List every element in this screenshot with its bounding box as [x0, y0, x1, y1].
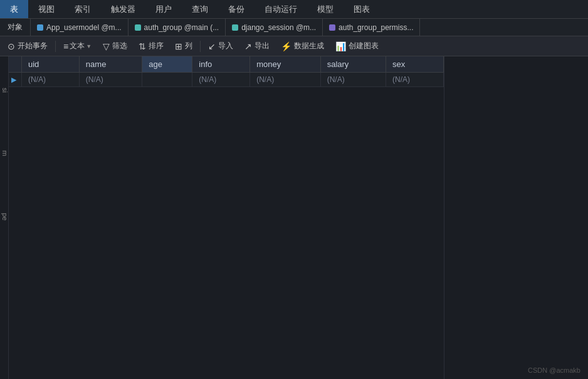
export-icon: ↗ [244, 41, 252, 51]
menu-item-user[interactable]: 用户 [145, 0, 182, 18]
data-generate-button[interactable]: ⚡ 数据生成 [276, 39, 329, 53]
tab-django-session[interactable]: django_session @m... [226, 19, 323, 36]
col-uid[interactable]: uid [22, 56, 80, 73]
filter-icon: ▽ [103, 41, 110, 51]
tab-label-1: App_usermodel @m... [46, 23, 122, 32]
tab-dot-4 [329, 24, 335, 31]
toolbar: ⊙ 开始事务 ≡ 文本 ▼ ▽ 筛选 ⇅ 排序 ⊞ 列 ↙ 导入 ↗ 导出 ⚡ … [0, 36, 588, 56]
cell-salary: (N/A) [320, 73, 386, 87]
menu-bar: 表 视图 索引 触发器 用户 查询 备份 自动运行 模型 图表 [0, 0, 588, 19]
col-age[interactable]: age [142, 56, 192, 73]
sidebar-text-si: si [1, 88, 9, 93]
tab-dot-1 [37, 24, 43, 31]
menu-item-model[interactable]: 模型 [307, 0, 344, 18]
right-panel [444, 56, 588, 379]
data-generate-label: 数据生成 [294, 41, 324, 51]
sort-icon: ⇅ [139, 41, 146, 51]
export-label: 导出 [255, 41, 270, 51]
cell-money: (N/A) [250, 73, 321, 87]
table-row: ▶ (N/A) (N/A) (N/A) (N/A) (N/A) (N/A) [9, 73, 444, 87]
columns-button[interactable]: ⊞ 列 [170, 39, 197, 53]
cell-name: (N/A) [79, 73, 142, 87]
menu-item-view[interactable]: 视图 [28, 0, 65, 18]
sidebar-text-pe: pe [1, 213, 9, 221]
create-chart-icon: 📊 [335, 41, 346, 51]
create-chart-button[interactable]: 📊 创建图表 [330, 39, 384, 53]
data-generate-icon: ⚡ [281, 41, 291, 51]
text-icon: ≡ [63, 41, 68, 51]
tab-label-2: auth_group @main (... [144, 23, 219, 32]
export-button[interactable]: ↗ 导出 [239, 39, 275, 53]
tab-dot-3 [232, 24, 238, 31]
row-indicator: ▶ [9, 73, 22, 87]
menu-item-backup[interactable]: 备份 [218, 0, 255, 18]
sidebar-text-m: m [1, 150, 9, 156]
main-content: si m pe uid name age info money salary s… [0, 56, 588, 379]
col-row-indicator [9, 56, 22, 73]
watermark: CSDN @acmakb [528, 366, 580, 374]
tab-bar: 对象 App_usermodel @m... auth_group @main … [0, 19, 588, 36]
menu-item-table[interactable]: 表 [0, 0, 28, 18]
menu-item-trigger[interactable]: 触发器 [101, 0, 145, 18]
text-dropdown-arrow: ▼ [86, 43, 92, 49]
menu-item-index[interactable]: 索引 [65, 0, 101, 18]
begin-transaction-label: 开始事务 [18, 41, 48, 51]
col-sex[interactable]: sex [386, 56, 444, 73]
sort-label: 排序 [149, 41, 164, 51]
filter-button[interactable]: ▽ 筛选 [98, 39, 132, 53]
col-info[interactable]: info [192, 56, 250, 73]
col-money[interactable]: money [250, 56, 321, 73]
create-chart-label: 创建图表 [349, 41, 379, 51]
sort-button[interactable]: ⇅ 排序 [134, 39, 169, 53]
data-table: uid name age info money salary sex ▶ (N/… [9, 56, 444, 87]
begin-transaction-icon: ⊙ [8, 41, 15, 51]
toolbar-sep-2 [200, 41, 201, 52]
tab-label-3: django_session @m... [241, 23, 316, 32]
tab-app-usermodel[interactable]: App_usermodel @m... [31, 19, 129, 36]
tab-object-label: 对象 [0, 19, 31, 36]
col-name[interactable]: name [79, 56, 142, 73]
columns-icon: ⊞ [175, 41, 182, 51]
col-salary[interactable]: salary [320, 56, 386, 73]
import-icon: ↙ [208, 41, 216, 51]
tab-dot-2 [135, 24, 141, 31]
tab-auth-group[interactable]: auth_group @main (... [129, 19, 226, 36]
begin-transaction-button[interactable]: ⊙ 开始事务 [3, 39, 53, 53]
text-label: 文本 [70, 41, 85, 51]
cell-info: (N/A) [192, 73, 250, 87]
filter-label: 筛选 [112, 41, 127, 51]
columns-label: 列 [185, 41, 192, 51]
import-label: 导入 [218, 41, 233, 51]
menu-item-query[interactable]: 查询 [182, 0, 218, 18]
import-button[interactable]: ↙ 导入 [203, 39, 238, 53]
cell-uid: (N/A) [22, 73, 80, 87]
menu-item-chart[interactable]: 图表 [344, 0, 380, 18]
toolbar-sep-1 [55, 41, 56, 52]
cell-sex: (N/A) [386, 73, 444, 87]
tab-label-4: auth_group_permiss... [339, 23, 413, 32]
left-sidebar: si m pe [0, 56, 9, 379]
table-header-row: uid name age info money salary sex [9, 56, 444, 73]
menu-item-autorun[interactable]: 自动运行 [255, 0, 307, 18]
cell-age [142, 73, 192, 87]
table-area: uid name age info money salary sex ▶ (N/… [9, 56, 444, 379]
text-button[interactable]: ≡ 文本 ▼ [58, 39, 97, 53]
tab-auth-group-perm[interactable]: auth_group_permiss... [323, 19, 420, 36]
